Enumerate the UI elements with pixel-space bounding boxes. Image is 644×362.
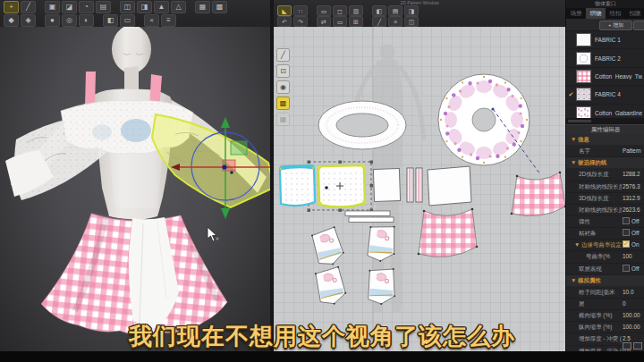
toolbar-icon[interactable]: ⊡ [276,64,290,78]
property-value[interactable]: Off [623,216,644,227]
property-value[interactable]: 1288.2 [623,169,644,180]
toolbar-icon[interactable]: ◎ [62,14,77,27]
property-row[interactable]: ▼ 被选择的线 [566,157,644,169]
checkbox-icon[interactable] [623,229,630,236]
checkbox-icon[interactable] [623,240,630,248]
toolbar-icon[interactable]: ◨ [404,5,419,16]
toolbar-icon[interactable]: + [4,1,19,13]
toolbar-icon[interactable]: ≡ [161,14,176,27]
toolbar-icon[interactable]: ◫ [404,16,419,27]
fabric-swatch[interactable] [576,88,591,101]
pattern-strap-strips[interactable] [407,168,422,202]
pattern-skirt-flare-right[interactable] [511,172,565,216]
property-value[interactable]: 100.00 [623,310,644,321]
fabric-swatch[interactable] [576,52,591,65]
toolbar-icon[interactable]: ◆ [4,14,19,27]
property-row[interactable]: 粒子间距(毫米 10.0 [566,287,644,299]
panel-tab[interactable]: 织物 [586,8,606,19]
toolbar-icon[interactable]: ▦ [276,113,290,126]
pattern-rect-piece[interactable] [373,168,400,201]
2d-scene-canvas[interactable]: ╱⊡◉▩▦ [274,27,565,351]
toolbar-icon[interactable]: ◻ [333,5,347,16]
toolbar-icon[interactable]: △ [171,1,186,13]
fabric-item[interactable]: FABRIC 1 [566,31,644,49]
property-value[interactable]: 100 [623,251,644,262]
property-value[interactable]: Pattern [623,146,644,156]
property-row[interactable]: ▼ 模拟属性 [566,275,644,287]
property-row[interactable]: 2D线段长度 1288.2 [566,169,644,181]
toolbar-icon[interactable]: ● [45,14,60,27]
property-value[interactable]: Off [623,228,644,239]
fabric-item[interactable]: FABRIC 2 [566,49,644,67]
fabric-swatch[interactable] [576,106,591,118]
toolbar-icon[interactable]: ╱ [372,16,386,27]
toolbar-icon[interactable]: ▭ [317,5,331,16]
fabric-item[interactable]: Cotton_Gabardine [566,105,644,118]
property-value[interactable]: Off [623,264,644,274]
toolbar-icon[interactable]: ▣ [45,1,60,13]
toolbar-icon[interactable]: ╱ [21,1,36,13]
fabric-swatch[interactable] [576,33,591,46]
toolbar-icon[interactable]: ▭ [120,14,135,27]
property-row[interactable]: ▼ 信息 [566,134,644,146]
pattern-circle-skirt[interactable] [438,74,530,165]
toolbar-icon[interactable]: ◪ [62,1,77,13]
fabric-item[interactable]: FABRIC 4 [566,86,644,104]
copy-fabric-button[interactable] [633,21,644,30]
toolbar-icon[interactable]: ⊞ [349,16,363,27]
property-row[interactable]: 对称线的线段长度 2576.3 [566,181,644,193]
toolbar-icon[interactable]: ≡ [388,16,402,27]
property-row[interactable]: 层 0 [566,299,644,310]
pattern-quad-piece[interactable] [428,166,471,206]
toolbar-icon[interactable]: ▭ [333,16,347,27]
property-value[interactable]: 10.0 [623,287,644,298]
property-value[interactable]: 0 [623,299,644,309]
toolbar-icon[interactable]: ◣ [277,5,292,16]
panel-tab[interactable]: 纽扣 [606,8,625,19]
toolbar-icon[interactable]: ⇄ [317,16,331,27]
toolbar-icon[interactable]: ∷ [293,5,308,16]
property-row[interactable]: 名字 Pattern [566,146,644,157]
gingham-skirt[interactable] [41,213,227,336]
property-value[interactable]: On [623,240,644,250]
property-row[interactable]: ▼ 边缘弯曲率设定 On [566,240,644,251]
toolbar-icon[interactable]: ↶ [277,16,292,27]
pattern-waistband-ring[interactable] [318,101,406,149]
property-value[interactable]: 1312.9 [623,193,644,204]
toolbar-icon[interactable]: × [144,14,159,27]
toolbar-icon[interactable]: ◧ [103,14,118,27]
toolbar-icon[interactable]: ◧ [372,5,386,16]
property-row[interactable]: 弯曲率(% 100 [566,251,644,263]
toolbar-icon[interactable]: ▩ [212,1,227,13]
property-row[interactable]: 对称线的线段长度 2623.6 [566,205,644,216]
toolbar-icon[interactable]: ◉ [276,80,290,94]
toolbar-icon[interactable]: ◨ [137,1,152,13]
toolbar-icon[interactable]: ▩ [276,97,290,110]
toolbar-icon[interactable]: ▲ [154,1,169,13]
toolbar-icon[interactable]: ◫ [120,1,135,13]
toolbar-icon[interactable]: ◔ [79,1,94,13]
fabric-swatch[interactable] [576,70,591,83]
3d-scene-canvas[interactable] [0,27,270,351]
toolbar-icon[interactable]: ◈ [21,14,36,27]
panel-tab[interactable]: 场景 [566,8,586,19]
panel-tab[interactable]: 扣眼 [625,8,644,19]
toolbar-icon[interactable]: ◐ [79,14,94,27]
pattern-sleeve-piece[interactable] [310,225,346,268]
pattern-skirt-flare-center[interactable] [418,208,479,257]
pattern-bodice-selected[interactable] [318,164,366,207]
pink-strap-left[interactable] [85,72,96,107]
checkbox-icon[interactable] [623,265,630,272]
property-value[interactable]: 2576.3 [623,181,644,192]
property-row[interactable]: 3D线段长度 1312.9 [566,193,644,205]
pattern-bodice-mirror[interactable] [280,165,316,206]
property-row[interactable]: 粘衬条 Off [566,228,644,240]
toolbar-icon[interactable]: ▥ [349,5,363,16]
toolbar-icon[interactable]: ╱ [276,48,290,62]
checkbox-icon[interactable] [623,217,630,224]
property-row[interactable]: 弹性 Off [566,216,644,228]
toolbar-icon[interactable]: ▤ [96,1,111,13]
fabric-item[interactable]: Cotton_Heavy_Tw [566,68,644,86]
property-value[interactable]: 2623.6 [623,205,644,215]
gizmo-plane-handle-green[interactable] [231,141,247,155]
